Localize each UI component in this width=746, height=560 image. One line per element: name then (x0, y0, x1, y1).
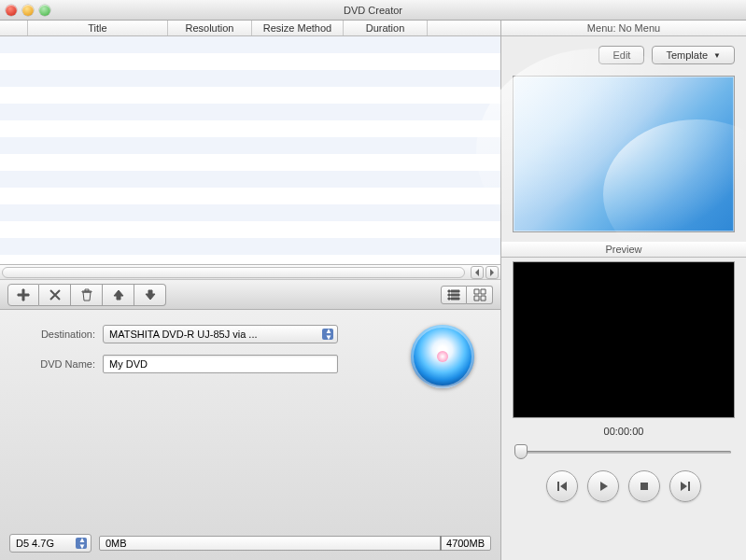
file-list[interactable] (0, 36, 500, 264)
stop-button[interactable] (628, 470, 660, 502)
destination-label: Destination: (9, 329, 95, 340)
col-resolution[interactable]: Resolution (168, 21, 252, 35)
col-resize-method[interactable]: Resize Method (252, 21, 344, 35)
capacity-size-label: 4700MB (446, 538, 485, 549)
column-headers: Title Resolution Resize Method Duration (0, 21, 500, 36)
disc-type-select[interactable]: D5 4.7G ▲▼ (9, 534, 91, 553)
menu-thumbnail[interactable] (513, 76, 735, 232)
capacity-meter: 0MB 4700MB (99, 536, 491, 551)
col-title[interactable]: Title (28, 21, 168, 35)
dvdname-label: DVD Name: (9, 358, 95, 370)
next-button[interactable] (669, 470, 701, 502)
delete-button[interactable] (71, 284, 103, 306)
destination-select[interactable]: MATSHITA DVD-R UJ-85J via ... ▲▼ (103, 325, 338, 343)
used-size-label: 0MB (106, 538, 127, 549)
preview-timecode: 00:00:00 (501, 426, 746, 437)
prev-button[interactable] (546, 470, 578, 502)
window-title: DVD Creator (0, 5, 746, 16)
template-menu-button[interactable]: Template ▼ (652, 46, 735, 64)
slider-thumb[interactable] (514, 444, 528, 459)
play-button[interactable] (587, 470, 619, 502)
chevron-down-icon: ▼ (713, 51, 721, 60)
scroll-left-button[interactable] (471, 266, 484, 279)
col-indicator[interactable] (0, 21, 28, 35)
move-up-button[interactable] (103, 284, 134, 306)
preview-seek-slider[interactable] (516, 444, 731, 459)
preview-viewport (513, 261, 735, 418)
list-view-button[interactable] (441, 286, 467, 304)
destination-value: MATSHITA DVD-R UJ-85J via ... (109, 329, 258, 340)
col-spacer (428, 21, 500, 35)
menu-section-header: Menu: No Menu (501, 21, 746, 36)
window-titlebar: DVD Creator (0, 0, 746, 21)
horizontal-scrollbar[interactable] (0, 264, 500, 279)
move-down-button[interactable] (134, 284, 166, 306)
remove-button[interactable] (39, 284, 71, 306)
disc-type-value: D5 4.7G (16, 538, 54, 549)
scroll-right-button[interactable] (486, 266, 499, 279)
grid-view-button[interactable] (467, 286, 493, 304)
dvdname-input[interactable] (103, 355, 338, 373)
add-button[interactable] (7, 284, 39, 306)
col-duration[interactable]: Duration (344, 21, 428, 35)
burn-button[interactable] (411, 325, 474, 388)
